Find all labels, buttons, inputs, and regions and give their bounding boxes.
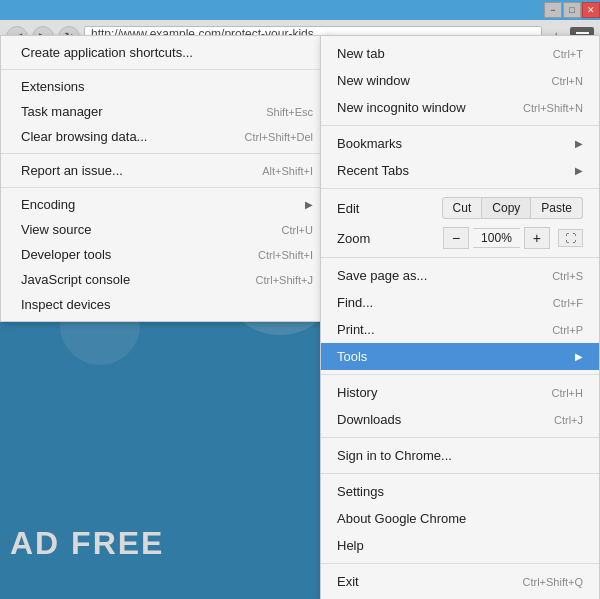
zoom-in-button[interactable]: + xyxy=(524,227,550,249)
webpage-ad-free-text: AD FREE xyxy=(10,525,164,562)
inspect-devices-item[interactable]: Inspect devices xyxy=(1,292,329,317)
javascript-console-item[interactable]: JavaScript console Ctrl+Shift+J xyxy=(1,267,329,292)
right-divider-5 xyxy=(321,437,599,438)
encoding-item[interactable]: Encoding ▶ xyxy=(1,192,329,217)
right-divider-6 xyxy=(321,473,599,474)
minimize-button[interactable]: − xyxy=(544,2,562,18)
copy-button[interactable]: Copy xyxy=(482,197,531,219)
right-divider-4 xyxy=(321,374,599,375)
recent-tabs-item[interactable]: Recent Tabs ▶ xyxy=(321,157,599,184)
downloads-item[interactable]: Downloads Ctrl+J xyxy=(321,406,599,433)
clear-browsing-item[interactable]: Clear browsing data... Ctrl+Shift+Del xyxy=(1,124,329,149)
settings-item[interactable]: Settings xyxy=(321,478,599,505)
find-item[interactable]: Find... Ctrl+F xyxy=(321,289,599,316)
help-item[interactable]: Help xyxy=(321,532,599,559)
exit-item[interactable]: Exit Ctrl+Shift+Q xyxy=(321,568,599,595)
new-window-item[interactable]: New window Ctrl+N xyxy=(321,67,599,94)
zoom-out-button[interactable]: − xyxy=(443,227,469,249)
chrome-main-menu: New tab Ctrl+T New window Ctrl+N New inc… xyxy=(320,35,600,599)
zoom-value: 100% xyxy=(473,228,520,248)
tools-item[interactable]: Tools ▶ xyxy=(321,343,599,370)
print-item[interactable]: Print... Ctrl+P xyxy=(321,316,599,343)
left-divider-2 xyxy=(1,153,329,154)
edit-row: Edit Cut Copy Paste xyxy=(321,193,599,223)
left-divider-1 xyxy=(1,69,329,70)
right-divider-2 xyxy=(321,188,599,189)
create-shortcuts-item[interactable]: Create application shortcuts... xyxy=(1,40,329,65)
maximize-button[interactable]: □ xyxy=(563,2,581,18)
bookmarks-item[interactable]: Bookmarks ▶ xyxy=(321,130,599,157)
cut-button[interactable]: Cut xyxy=(442,197,483,219)
fullscreen-button[interactable]: ⛶ xyxy=(558,229,583,247)
save-page-item[interactable]: Save page as... Ctrl+S xyxy=(321,262,599,289)
developer-tools-item[interactable]: Developer tools Ctrl+Shift+I xyxy=(1,242,329,267)
right-divider-1 xyxy=(321,125,599,126)
left-divider-3 xyxy=(1,187,329,188)
right-divider-7 xyxy=(321,563,599,564)
tools-submenu: Create application shortcuts... Extensio… xyxy=(0,35,330,322)
window-frame: − □ ✕ ◀ ▶ ↻ http://www.example.com/prote… xyxy=(0,0,600,599)
paste-button[interactable]: Paste xyxy=(531,197,583,219)
close-button[interactable]: ✕ xyxy=(582,2,600,18)
history-item[interactable]: History Ctrl+H xyxy=(321,379,599,406)
zoom-row: Zoom − 100% + ⛶ xyxy=(321,223,599,253)
new-tab-item[interactable]: New tab Ctrl+T xyxy=(321,40,599,67)
view-source-item[interactable]: View source Ctrl+U xyxy=(1,217,329,242)
about-item[interactable]: About Google Chrome xyxy=(321,505,599,532)
sign-in-item[interactable]: Sign in to Chrome... xyxy=(321,442,599,469)
window-controls: − □ ✕ xyxy=(544,0,600,20)
right-divider-3 xyxy=(321,257,599,258)
task-manager-item[interactable]: Task manager Shift+Esc xyxy=(1,99,329,124)
report-issue-item[interactable]: Report an issue... Alt+Shift+I xyxy=(1,158,329,183)
extensions-item[interactable]: Extensions xyxy=(1,74,329,99)
new-incognito-item[interactable]: New incognito window Ctrl+Shift+N xyxy=(321,94,599,121)
